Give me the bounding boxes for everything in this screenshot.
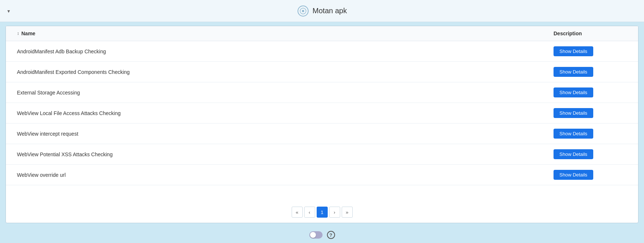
row-name-3: External Storage Accessing [17,90,554,96]
table-row: WebView Local File Access Attacks Checki… [6,103,638,124]
toggle-knob [310,232,316,238]
show-details-button-4[interactable]: Show Details [554,108,593,118]
app-logo-icon [297,5,309,17]
main-wrapper: ↕ Name Description AndroidManifest Adb B… [0,22,644,227]
table-row: WebView override url Show Details [6,165,638,185]
pagination-next-button[interactable]: › [329,207,340,218]
column-description-header: Description [554,31,627,36]
app-footer: ? [0,227,644,243]
chevron-down-icon[interactable]: ▾ [7,8,10,14]
table-container: ↕ Name Description AndroidManifest Adb B… [6,26,638,223]
row-name-1: AndroidManifest Adb Backup Checking [17,49,554,54]
pagination-prev-button[interactable]: ‹ [304,207,315,218]
table-header: ↕ Name Description [6,26,638,41]
table-row: AndroidManifest Adb Backup Checking Show… [6,41,638,62]
table-row: WebView intercept request Show Details [6,124,638,144]
row-name-5: WebView intercept request [17,131,554,137]
help-icon[interactable]: ? [327,231,335,239]
row-name-2: AndroidManifest Exported Components Chec… [17,69,554,75]
show-details-button-7[interactable]: Show Details [554,170,593,180]
row-desc-7: Show Details [554,170,627,180]
row-desc-6: Show Details [554,149,627,159]
table-row: WebView Potential XSS Attacks Checking S… [6,144,638,165]
show-details-button-1[interactable]: Show Details [554,46,593,56]
row-desc-2: Show Details [554,67,627,77]
row-name-4: WebView Local File Access Attacks Checki… [17,110,554,116]
header-left-controls: ▾ [7,8,10,14]
table-row: AndroidManifest Exported Components Chec… [6,62,638,82]
svg-point-2 [302,10,304,12]
table-row: External Storage Accessing Show Details [6,82,638,103]
row-name-7: WebView override url [17,172,554,178]
page-title: Motan apk [313,7,347,15]
show-details-button-3[interactable]: Show Details [554,87,593,97]
row-name-6: WebView Potential XSS Attacks Checking [17,151,554,157]
show-details-button-2[interactable]: Show Details [554,67,593,77]
pagination: « ‹ 1 › » [6,201,638,223]
pagination-page-1-button[interactable]: 1 [317,207,328,218]
toggle-switch[interactable] [309,231,323,239]
header-title-area: Motan apk [297,5,347,17]
show-details-button-6[interactable]: Show Details [554,149,593,159]
row-desc-1: Show Details [554,46,627,56]
column-name-header: ↕ Name [17,31,554,36]
table-body: AndroidManifest Adb Backup Checking Show… [6,41,638,201]
app-header: ▾ Motan apk [0,0,644,22]
column-name-label: Name [21,31,35,36]
pagination-first-button[interactable]: « [292,207,303,218]
row-desc-5: Show Details [554,129,627,139]
row-desc-4: Show Details [554,108,627,118]
show-details-button-5[interactable]: Show Details [554,129,593,139]
row-desc-3: Show Details [554,87,627,97]
pagination-last-button[interactable]: » [342,207,353,218]
sort-icon: ↕ [17,31,19,36]
